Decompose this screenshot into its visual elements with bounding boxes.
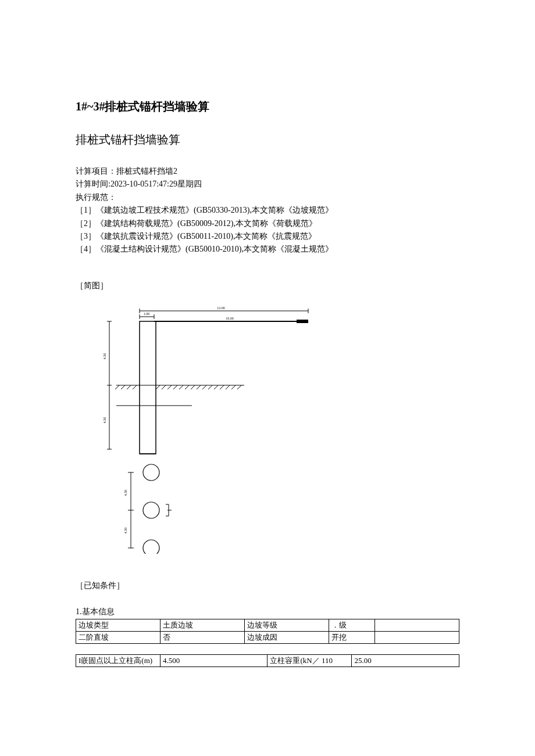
svg-text:4.50: 4.50 [124, 490, 127, 496]
svg-text:4.50: 4.50 [103, 417, 106, 424]
svg-line-23 [156, 385, 160, 389]
section-diagram-label: ［简图］ [76, 280, 459, 292]
diagram-svg: 12.00 1.00 10.00 4.50 4.50 [99, 304, 331, 554]
svg-line-27 [179, 385, 183, 389]
exec-label: 执行规范： [76, 193, 116, 202]
basic-info-label: 1.基本信息 [76, 604, 459, 619]
svg-line-32 [208, 385, 212, 389]
time-value: 2023-10-0517:47:29星期四 [110, 180, 202, 188]
cell-cause-label: 边坡成因 [244, 631, 329, 643]
cell-unit-weight-value: 25.00 [352, 654, 459, 667]
cell-slope-grade-label: 边坡等级 [244, 619, 329, 631]
svg-line-30 [197, 385, 201, 389]
document-page: 1#~3#排桩式锚杆挡墙验算 排桩式锚杆挡墙验算 计算项目：排桩式锚杆挡墙2 计… [0, 0, 535, 702]
svg-text:4.50: 4.50 [124, 528, 127, 534]
cell-slope-grade-value: ．级 [329, 619, 374, 631]
cell-column-height-label: I嵌固点以上立柱高(m) [76, 654, 160, 667]
svg-line-21 [127, 385, 131, 389]
svg-text:4.50: 4.50 [103, 353, 106, 360]
svg-text:12.00: 12.00 [217, 306, 225, 310]
svg-line-36 [231, 385, 236, 389]
svg-line-31 [202, 385, 206, 389]
meta-block: 计算项目：排桩式锚杆挡墙2 计算时间:2023-10-0517:47:29星期四… [76, 165, 459, 204]
project-label: 计算项目： [76, 167, 116, 175]
svg-line-20 [121, 385, 125, 389]
ref-3: ［3］《建筑抗震设计规范》(GB50011-2010),本文简称《抗震规范》 [76, 230, 459, 243]
cell-empty [374, 619, 459, 631]
cell-empty [374, 631, 459, 643]
svg-line-35 [226, 385, 230, 389]
svg-text:10.00: 10.00 [226, 317, 234, 320]
svg-text:1.00: 1.00 [144, 312, 150, 316]
project-value: 排桩式锚杆挡墙2 [116, 167, 177, 175]
svg-line-29 [191, 385, 195, 389]
svg-line-26 [173, 385, 177, 389]
column-info-table: I嵌固点以上立柱高(m) 4.500 立柱容重(kN／ 110 25.00 [76, 654, 459, 667]
cell-unit-weight-label: 立柱容重(kN／ 110 [268, 654, 352, 667]
svg-line-24 [162, 385, 166, 389]
ref-4: ［4］《混凝土结构设计规范》(GB50010-2010),本文简称《混凝土规范》 [76, 243, 459, 256]
table-row: 二阶直坡 否 边坡成因 开挖 [76, 631, 459, 643]
svg-point-46 [143, 464, 159, 481]
svg-line-28 [185, 385, 189, 389]
section-conditions-label: ［已知条件］ [76, 579, 459, 592]
svg-point-48 [143, 540, 159, 554]
cell-column-height-value: 4.500 [160, 654, 268, 667]
table-row: 边坡类型 土质边坡 边坡等级 ．级 [76, 619, 459, 631]
cell-second-step-label: 二阶直坡 [76, 631, 160, 643]
svg-rect-17 [140, 321, 156, 454]
svg-line-25 [167, 385, 172, 389]
svg-line-37 [237, 385, 241, 389]
cell-slope-type-value: 土质边坡 [160, 619, 244, 631]
time-label: 计算时间: [76, 180, 110, 188]
document-title-2: 排桩式锚杆挡墙验算 [76, 132, 459, 148]
cell-slope-type-label: 边坡类型 [76, 619, 160, 631]
svg-point-47 [143, 502, 159, 518]
references-block: ［1］《建筑边坡工程技术规范》(GB50330-2013),本文简称《边坡规范》… [76, 204, 459, 256]
table-gap [76, 644, 459, 654]
schematic-diagram: 12.00 1.00 10.00 4.50 4.50 [99, 304, 459, 556]
time-line: 计算时间:2023-10-0517:47:29星期四 [76, 178, 459, 191]
svg-line-22 [133, 385, 137, 389]
svg-line-19 [115, 385, 119, 389]
svg-line-33 [214, 385, 218, 389]
document-title-1: 1#~3#排桩式锚杆挡墙验算 [76, 99, 459, 114]
cell-second-step-value: 否 [160, 631, 244, 643]
ref-1: ［1］《建筑边坡工程技术规范》(GB50330-2013),本文简称《边坡规范》 [76, 204, 459, 217]
basic-info-table: 边坡类型 土质边坡 边坡等级 ．级 二阶直坡 否 边坡成因 开挖 [76, 619, 459, 644]
exec-line: 执行规范： [76, 191, 459, 204]
cell-cause-value: 开挖 [329, 631, 374, 643]
table-row: I嵌固点以上立柱高(m) 4.500 立柱容重(kN／ 110 25.00 [76, 654, 459, 667]
svg-line-34 [220, 385, 224, 389]
ref-2: ［2］《建筑结构荷载规范》(GB50009-2012),本文简称《荷载规范》 [76, 217, 459, 230]
project-line: 计算项目：排桩式锚杆挡墙2 [76, 165, 459, 178]
